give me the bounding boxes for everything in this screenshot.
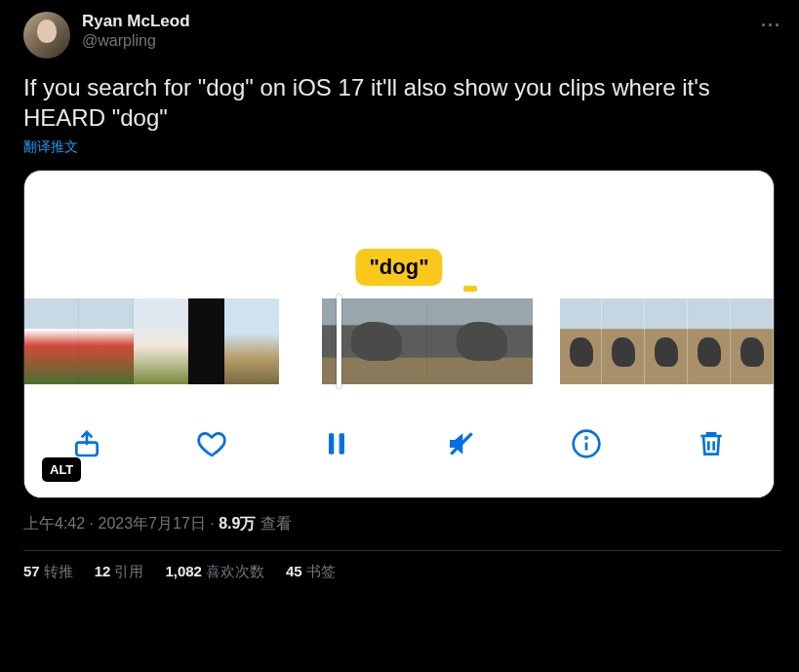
info-icon[interactable] — [565, 422, 608, 465]
quotes-label: 引用 — [114, 563, 143, 579]
avatar[interactable] — [23, 12, 70, 59]
clip-gap — [533, 298, 560, 384]
tweet-stats: 57转推 12引用 1,082喜欢次数 45书签 — [23, 563, 781, 581]
caption-bubble: "dog" — [355, 249, 442, 286]
tweet-date[interactable]: 2023年7月17日 — [98, 515, 205, 532]
playhead[interactable] — [337, 295, 341, 388]
alt-badge[interactable]: ALT — [42, 457, 81, 482]
clip-frame — [602, 298, 645, 384]
media-card[interactable]: "dog" — [23, 170, 775, 498]
tweet-meta: 上午4:42 · 2023年7月17日 · 8.9万 查看 — [23, 514, 781, 534]
likes-label: 喜欢次数 — [206, 563, 264, 579]
clip-frame — [24, 298, 79, 384]
bookmarks-stat[interactable]: 45书签 — [286, 563, 336, 581]
clip-gap — [279, 298, 322, 384]
clip-frame — [188, 298, 225, 384]
likes-stat[interactable]: 1,082喜欢次数 — [165, 563, 264, 581]
quotes-count: 12 — [95, 563, 111, 579]
pause-icon[interactable] — [315, 422, 358, 465]
clip-frame — [134, 298, 188, 384]
bubble-tick — [463, 286, 477, 292]
trash-icon[interactable] — [690, 422, 733, 465]
bookmarks-count: 45 — [286, 563, 302, 579]
clip-frame — [560, 298, 603, 384]
svg-rect-1 — [329, 433, 334, 454]
clip-frame — [688, 298, 731, 384]
translate-link[interactable]: 翻译推文 — [23, 138, 781, 156]
tweet-time[interactable]: 上午4:42 — [23, 515, 85, 532]
tweet-header: Ryan McLeod @warpling ··· — [23, 12, 781, 59]
mute-icon[interactable] — [440, 422, 483, 465]
retweets-count: 57 — [23, 563, 40, 579]
clip-frame — [427, 298, 533, 384]
bookmarks-label: 书签 — [306, 563, 336, 579]
views-count: 8.9万 — [219, 515, 256, 532]
views-label: 查看 — [260, 515, 292, 532]
user-handle[interactable]: @warpling — [82, 31, 190, 51]
video-scrubber-strip[interactable] — [24, 298, 774, 384]
clip-frame — [731, 298, 774, 384]
likes-count: 1,082 — [165, 563, 202, 579]
tweet-container: Ryan McLeod @warpling ··· If you search … — [0, 0, 799, 591]
retweets-label: 转推 — [44, 563, 73, 579]
heart-icon[interactable] — [190, 422, 233, 465]
display-name[interactable]: Ryan McLeod — [82, 12, 190, 31]
svg-rect-2 — [340, 433, 344, 454]
media-toolbar — [24, 390, 774, 497]
quotes-stat[interactable]: 12引用 — [95, 563, 144, 581]
more-icon[interactable]: ··· — [757, 12, 785, 40]
retweets-stat[interactable]: 57转推 — [23, 563, 73, 581]
divider — [23, 550, 781, 551]
clip-frame — [224, 298, 279, 384]
clip-frame — [79, 298, 134, 384]
clip-frame — [645, 298, 688, 384]
svg-point-5 — [585, 437, 586, 438]
tweet-body-text: If you search for "dog" on iOS 17 it'll … — [23, 72, 781, 133]
user-names: Ryan McLeod @warpling — [82, 12, 190, 51]
